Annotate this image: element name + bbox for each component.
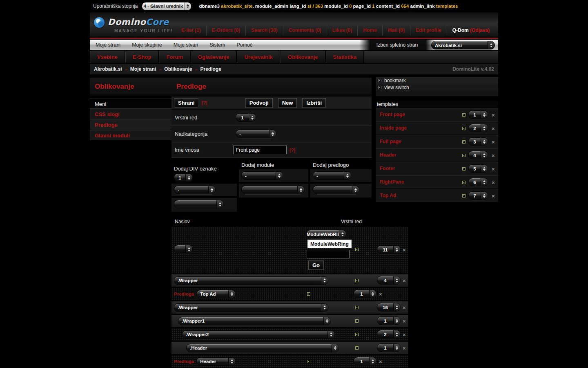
spinner-arrows-icon[interactable]: [185, 245, 192, 253]
view-switch-label[interactable]: view switch: [384, 85, 409, 90]
add-div-count-stepper[interactable]: 1: [174, 173, 193, 182]
row-order-stepper[interactable]: 1: [377, 343, 401, 352]
row-delete-icon[interactable]: ×: [379, 292, 382, 297]
add-div-select-2[interactable]: [174, 200, 224, 209]
spinner-arrows-icon[interactable]: [393, 303, 400, 311]
template-name[interactable]: Header: [380, 152, 396, 158]
nav-logout-link[interactable]: (Odjava): [470, 27, 490, 33]
row-order-stepper[interactable]: 16: [377, 303, 401, 312]
spinner-arrows-icon[interactable]: [481, 192, 488, 200]
tab-oblikovanje[interactable]: Oblikovanje: [281, 51, 326, 63]
spinner-arrows-icon[interactable]: [269, 130, 276, 138]
spinner-arrows-icon[interactable]: [369, 290, 376, 298]
row-delete-icon[interactable]: ×: [379, 359, 382, 364]
template-order-stepper[interactable]: 7: [468, 191, 488, 200]
row-order-stepper[interactable]: 4: [377, 276, 401, 285]
help-mark[interactable]: [?]: [201, 100, 207, 105]
row-delete-icon[interactable]: ×: [403, 319, 406, 324]
bookmark-row[interactable]: bookmark: [376, 77, 498, 84]
spinner-arrows-icon[interactable]: [393, 246, 400, 254]
breadcrumb-moje-strani[interactable]: Moje strani: [130, 66, 156, 72]
tab-vsebine[interactable]: Vsebine: [90, 51, 125, 63]
go-button[interactable]: Go: [308, 260, 324, 270]
template-order-stepper[interactable]: 1: [468, 110, 488, 119]
row-delete-icon[interactable]: ×: [403, 332, 406, 337]
div-select[interactable]: .Wrapper: [174, 303, 328, 312]
tab-statistika[interactable]: Statistika: [326, 51, 365, 63]
nav-edit-profile[interactable]: Edit profile: [410, 25, 447, 36]
spinner-arrows-icon[interactable]: [332, 344, 339, 352]
template-checkbox[interactable]: [462, 154, 466, 157]
template-delete-icon[interactable]: ×: [492, 193, 495, 199]
add-module-select-2[interactable]: [241, 186, 305, 194]
template-delete-icon[interactable]: ×: [492, 139, 495, 145]
breadcrumb-site[interactable]: Akrobatik.si: [94, 66, 122, 72]
spinner-arrows-icon[interactable]: [481, 178, 488, 186]
template-delete-icon[interactable]: ×: [492, 180, 495, 185]
nav-e-list[interactable]: E-list (1): [176, 25, 206, 36]
template-order-stepper[interactable]: 4: [468, 151, 488, 159]
add-module-select[interactable]: -: [241, 171, 283, 180]
nav-home[interactable]: Home: [357, 25, 382, 36]
logo[interactable]: DominoCore: [94, 17, 169, 28]
nav-e-orders[interactable]: E-Orders (0): [206, 25, 245, 36]
spinner-arrows-icon[interactable]: [393, 344, 400, 352]
spinner-arrows-icon[interactable]: [323, 317, 330, 325]
template-select[interactable]: Top Ad: [196, 290, 236, 298]
breadcrumb-predloge[interactable]: Predloge: [200, 66, 221, 72]
sidebar-item-glavni-moduli[interactable]: Glavni moduli: [90, 130, 172, 141]
spinner-arrows-icon[interactable]: [321, 304, 328, 312]
spinner-arrows-icon[interactable]: [185, 174, 192, 182]
spinner-arrows-icon[interactable]: [481, 151, 488, 159]
template-order-stepper[interactable]: 5: [468, 164, 488, 173]
template-delete-icon[interactable]: ×: [492, 126, 495, 131]
module-param-input[interactable]: [307, 250, 350, 258]
spinner-arrows-icon[interactable]: [327, 331, 334, 339]
breadcrumb-oblikovanje[interactable]: Oblikovanje: [164, 66, 192, 72]
spinner-arrows-icon[interactable]: [184, 2, 191, 10]
template-name[interactable]: Footer: [380, 166, 395, 171]
spinner-arrows-icon[interactable]: [297, 186, 304, 194]
entry-name-input[interactable]: [233, 146, 287, 154]
row-order-stepper[interactable]: 1: [377, 316, 401, 325]
save-button[interactable]: Shrani: [174, 98, 198, 108]
template-name[interactable]: Inside page: [380, 125, 407, 131]
row-checkbox[interactable]: [355, 279, 359, 282]
delete-button[interactable]: Izbriši: [302, 98, 326, 108]
spinner-arrows-icon[interactable]: [393, 330, 400, 338]
template-name[interactable]: Front page: [380, 112, 405, 117]
spinner-arrows-icon[interactable]: [228, 358, 235, 366]
row-delete-icon[interactable]: ×: [403, 278, 406, 283]
sidebar-item-css-slogi[interactable]: CSS slogi: [90, 109, 172, 119]
tab-forum[interactable]: Forum: [159, 51, 190, 63]
spinner-arrows-icon[interactable]: [481, 165, 488, 173]
add-template-select[interactable]: -: [313, 171, 351, 180]
template-checkbox[interactable]: [462, 181, 466, 184]
template-delete-icon[interactable]: ×: [492, 166, 495, 172]
template-order-stepper[interactable]: 6: [468, 178, 488, 186]
menu-moje-stvari[interactable]: Moje stvari: [168, 42, 204, 48]
nav-likes[interactable]: Likes (0): [327, 25, 358, 36]
duplicate-button[interactable]: Podvoji: [245, 98, 273, 108]
template-checkbox[interactable]: [462, 194, 466, 197]
row-checkbox[interactable]: [355, 333, 359, 336]
menu-moje-strani[interactable]: Moje strani: [90, 42, 126, 48]
menu-sistem[interactable]: Sistem: [204, 42, 231, 48]
template-order-stepper[interactable]: 3: [468, 137, 488, 146]
template-name[interactable]: Full page: [380, 139, 401, 144]
row-checkbox[interactable]: [355, 319, 359, 323]
row-checkbox[interactable]: [355, 306, 359, 309]
spinner-arrows-icon[interactable]: [481, 124, 488, 132]
module-row-checkbox[interactable]: [355, 248, 359, 251]
template-delete-icon[interactable]: ×: [492, 153, 495, 158]
row-checkbox[interactable]: [307, 360, 310, 363]
name-help-mark[interactable]: [?]: [290, 148, 295, 153]
row-order-stepper[interactable]: 1: [354, 289, 376, 298]
spinner-arrows-icon[interactable]: [208, 186, 215, 194]
order-stepper[interactable]: 1: [236, 113, 256, 122]
sidebar-item-predloge[interactable]: Predloge: [90, 119, 172, 130]
div-select[interactable]: .Header: [186, 344, 339, 352]
menu-pomoc[interactable]: Pomoč: [231, 42, 258, 48]
row-order-stepper[interactable]: 1: [354, 357, 376, 366]
spinner-arrows-icon[interactable]: [321, 277, 328, 285]
